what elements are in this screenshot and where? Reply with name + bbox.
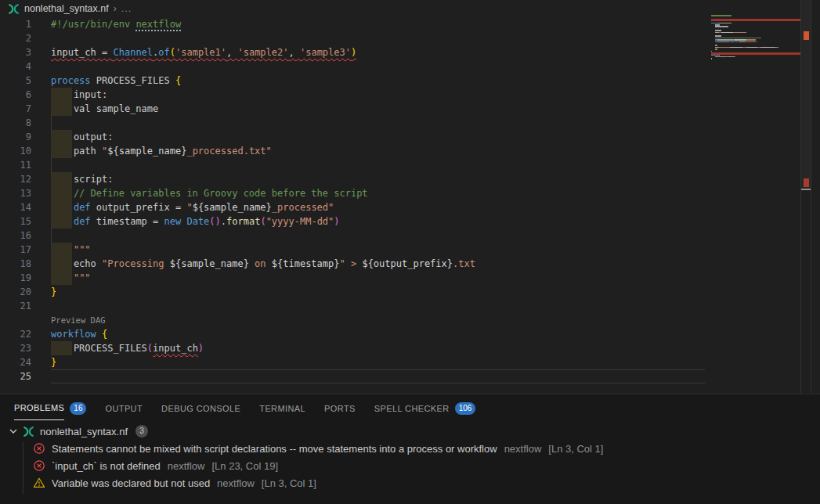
indent-guide — [51, 229, 52, 243]
bottom-panel: PROBLEMS16OUTPUTDEBUG CONSOLETERMINALPOR… — [0, 394, 820, 504]
editor-line[interactable]: 5process PROCESS_FILES { — [0, 74, 709, 88]
problem-location: [Ln 3, Col 1] — [262, 477, 316, 489]
line-number: 21 — [0, 299, 31, 313]
error-icon — [33, 442, 45, 455]
indent-guide — [51, 116, 52, 130]
editor-line[interactable]: 18 echo "Processing ${sample_name} on ${… — [0, 257, 709, 271]
panel-tab-output[interactable]: OUTPUT — [105, 394, 143, 422]
chevron-down-icon[interactable] — [7, 425, 20, 437]
line-number: 5 — [0, 74, 31, 88]
editor-line[interactable]: 24} — [0, 355, 709, 369]
editor-line[interactable]: 19 """ — [0, 271, 709, 285]
minimap-error-band — [711, 52, 800, 55]
breadcrumb-filename[interactable]: nonlethal_syntax.nf — [24, 3, 109, 14]
code-text: input: — [51, 88, 107, 102]
line-number: 9 — [0, 130, 31, 144]
editor-line[interactable]: 2 — [0, 31, 709, 45]
code-text: process PROCESS_FILES { — [51, 74, 181, 88]
code-editor[interactable]: 1#!/usr/bin/env nextflow23input_ch = Cha… — [0, 0, 820, 394]
editor-line[interactable]: 20} — [0, 285, 709, 299]
line-number: 12 — [0, 172, 31, 186]
editor-line[interactable]: 13 // Define variables in Groovy code be… — [0, 186, 709, 200]
problem-item[interactable]: Variable was declared but not usednextfl… — [0, 474, 820, 491]
codelens-preview-dag[interactable]: Preview DAG — [51, 313, 106, 327]
panel-tab-badge: 106 — [455, 402, 476, 415]
code-text: def output_prefix = "${sample_name}_proc… — [51, 200, 334, 214]
editor-line[interactable]: 22workflow { — [0, 327, 709, 341]
line-number: 23 — [0, 341, 31, 355]
editor-line[interactable]: 9 output: — [0, 130, 709, 144]
nextflow-file-icon — [23, 426, 34, 437]
code-text: } — [51, 285, 56, 299]
editor-line[interactable]: 8 — [0, 116, 709, 130]
problem-message: `input_ch` is not defined — [52, 460, 161, 472]
line-number: 15 — [0, 214, 31, 229]
editor-line[interactable]: 15 def timestamp = new Date().format("yy… — [0, 214, 709, 229]
code-text: // Define variables in Groovy code befor… — [51, 186, 368, 200]
editor-line[interactable]: 3input_ch = Channel.of('sample1', 'sampl… — [0, 45, 709, 59]
code-text: input_ch = Channel.of('sample1', 'sample… — [51, 45, 356, 59]
line-number: 18 — [0, 257, 31, 271]
line-number: 6 — [0, 88, 31, 102]
editor-line[interactable]: 1#!/usr/bin/env nextflow — [0, 17, 709, 31]
line-number: 24 — [0, 355, 31, 369]
panel-tab-spell-checker[interactable]: SPELL CHECKER106 — [374, 394, 476, 422]
problem-message: Variable was declared but not used — [52, 477, 210, 489]
line-number: 25 — [0, 369, 31, 383]
editor-line[interactable]: 4 — [0, 59, 709, 74]
problems-file-count-badge: 3 — [135, 425, 148, 437]
minimap[interactable] — [711, 0, 800, 394]
breadcrumb-symbol-ellipsis[interactable]: ... — [121, 3, 132, 14]
panel-tab-label: PROBLEMS — [14, 396, 64, 420]
editor-line[interactable]: 23 PROCESS_FILES(input_ch) — [0, 341, 709, 355]
line-number: 20 — [0, 285, 31, 299]
nextflow-file-icon — [8, 3, 20, 15]
panel-tab-ports[interactable]: PORTS — [324, 394, 356, 422]
breadcrumb[interactable]: nonlethal_syntax.nf › ... — [0, 0, 820, 17]
problem-source: nextflow — [504, 443, 542, 455]
problems-file-name: nonlethal_syntax.nf — [40, 426, 128, 437]
editor-line[interactable]: 17 """ — [0, 243, 709, 257]
editor-line[interactable]: 25 — [0, 369, 709, 383]
code-text: script: — [51, 172, 113, 186]
problems-file-row[interactable]: nonlethal_syntax.nf 3 — [0, 423, 820, 440]
panel-tab-debug-console[interactable]: DEBUG CONSOLE — [161, 394, 240, 422]
editor-line[interactable]: 16 — [0, 229, 709, 243]
line-number: 17 — [0, 243, 31, 257]
vscode-window: 1#!/usr/bin/env nextflow23input_ch = Cha… — [0, 0, 820, 504]
panel-tab-label: DEBUG CONSOLE — [161, 397, 240, 420]
overview-ruler-marker — [804, 31, 809, 40]
code-text: } — [51, 355, 56, 369]
line-number: 3 — [0, 45, 31, 59]
line-number: 10 — [0, 144, 31, 158]
problem-item[interactable]: `input_ch` is not definednextflow[Ln 23,… — [0, 457, 820, 474]
minimap-error-band — [711, 19, 800, 21]
line-number: 2 — [0, 31, 31, 45]
chevron-right-icon: › — [114, 3, 117, 14]
scrollbar-slider[interactable] — [801, 0, 811, 190]
error-icon — [33, 459, 45, 472]
panel-tab-terminal[interactable]: TERMINAL — [259, 394, 305, 422]
panel-tab-badge: 16 — [70, 402, 86, 415]
line-number: 16 — [0, 229, 31, 243]
code-text: """ — [51, 243, 91, 257]
problem-item[interactable]: Statements cannot be mixed with script d… — [0, 440, 820, 457]
editor-line[interactable]: 6 input: — [0, 88, 709, 102]
panel-tab-label: TERMINAL — [259, 397, 305, 420]
editor-line[interactable]: 21 — [0, 299, 709, 313]
editor-line[interactable]: 10 path "${sample_name}_processed.txt" — [0, 144, 709, 158]
line-number: 8 — [0, 116, 31, 130]
line-number: 7 — [0, 102, 31, 116]
overview-ruler-scrollbar[interactable] — [800, 0, 811, 394]
editor-line[interactable]: 11 — [0, 158, 709, 172]
editor-line[interactable]: 12 script: — [0, 172, 709, 186]
panel-tab-label: SPELL CHECKER — [374, 397, 450, 420]
editor-line[interactable]: 7 val sample_name — [0, 102, 709, 116]
line-number: 11 — [0, 158, 31, 172]
warning-icon — [33, 477, 45, 489]
code-text: echo "Processing ${sample_name} on ${tim… — [51, 257, 475, 271]
editor-line[interactable]: 14 def output_prefix = "${sample_name}_p… — [0, 200, 709, 214]
panel-tab-problems[interactable]: PROBLEMS16 — [14, 394, 86, 422]
problem-source: nextflow — [217, 477, 255, 489]
line-number: 19 — [0, 271, 31, 285]
